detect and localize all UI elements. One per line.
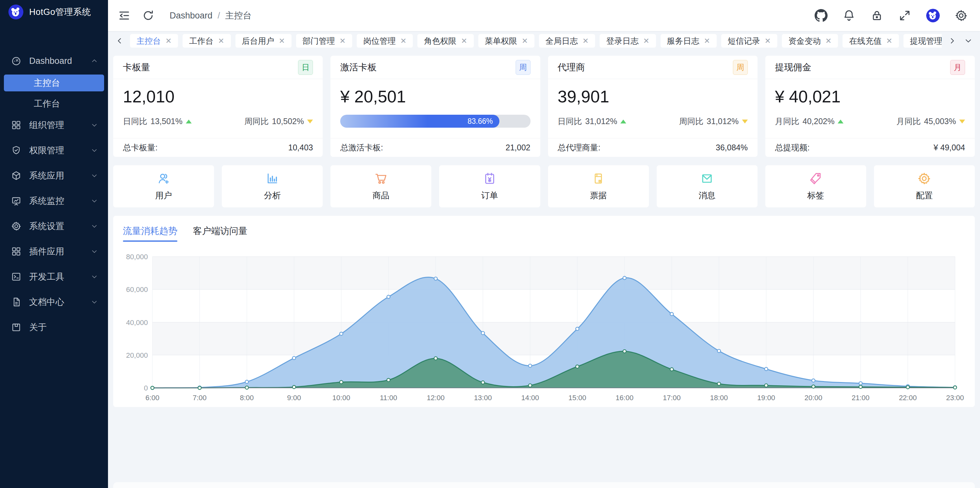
- page-tab-2[interactable]: 后台用户✕: [235, 34, 291, 48]
- page-tab-6[interactable]: 菜单权限✕: [478, 34, 535, 48]
- card-title: 卡板量: [123, 61, 150, 74]
- close-tab-icon[interactable]: ✕: [825, 36, 832, 45]
- trend-up-icon: [838, 120, 843, 124]
- page-tab-label: 全局日志: [546, 36, 578, 46]
- sidebar-item-0[interactable]: Dashboard: [0, 52, 108, 70]
- close-tab-icon[interactable]: ✕: [704, 36, 710, 45]
- svg-text:13:00: 13:00: [474, 394, 492, 402]
- chevron-down-icon: [91, 172, 98, 179]
- sidebar-subitem-0-0[interactable]: 主控台: [4, 74, 104, 91]
- tab-client-visits[interactable]: 客户端访问量: [193, 225, 247, 242]
- page-tab-12[interactable]: 在线充值✕: [843, 34, 899, 48]
- close-tab-icon[interactable]: ✕: [522, 36, 528, 45]
- chevron-down-icon: [91, 247, 98, 255]
- svg-text:6:00: 6:00: [146, 394, 159, 402]
- svg-text:8:00: 8:00: [240, 394, 254, 402]
- sidebar-collapse-icon[interactable]: [118, 9, 131, 22]
- quick-action-label: 配置: [916, 190, 933, 201]
- quick-action-6[interactable]: 标签: [765, 165, 866, 208]
- topbar-actions: [815, 9, 968, 22]
- fullscreen-icon[interactable]: [898, 9, 911, 22]
- sidebar-item-8[interactable]: 文档中心: [0, 293, 108, 311]
- page-tab-8[interactable]: 登录日志✕: [600, 34, 656, 48]
- stat-card-agents: 代理商 周 39,901 日同比 31,012% 周同比: [548, 56, 757, 157]
- quick-action-1[interactable]: 分析: [222, 165, 323, 208]
- quick-action-2[interactable]: 商品: [331, 165, 431, 208]
- close-tab-icon[interactable]: ✕: [643, 36, 649, 45]
- card-title: 激活卡板: [340, 61, 377, 74]
- page-tab-1[interactable]: 工作台✕: [183, 34, 231, 48]
- quick-action-label: 订单: [481, 190, 498, 201]
- sidebar-item-1[interactable]: 组织管理: [0, 116, 108, 134]
- quick-action-label: 分析: [264, 190, 281, 201]
- stat-card-commission: 提现佣金 月 ¥ 40,021 月同比 40,202% 月同比: [765, 56, 975, 157]
- tabs-scroll-left-icon[interactable]: [114, 35, 126, 47]
- page-tab-13[interactable]: 提现管理✕: [904, 34, 942, 48]
- lock-screen-icon[interactable]: [870, 9, 883, 22]
- tabs-scroll-right-icon[interactable]: [946, 35, 958, 47]
- sidebar-item-5[interactable]: 系统设置: [0, 217, 108, 235]
- page-tab-11[interactable]: 资金变动✕: [782, 34, 838, 48]
- chevron-down-icon: [91, 146, 98, 154]
- sidebar-nav: Dashboard主控台工作台组织管理权限管理系统应用系统监控系统设置插件应用开…: [0, 21, 108, 344]
- quick-action-4[interactable]: 票据: [548, 165, 649, 208]
- breadcrumb-root[interactable]: Dashboard: [170, 11, 212, 21]
- close-tab-icon[interactable]: ✕: [165, 36, 172, 45]
- page-tab-4[interactable]: 岗位管理✕: [357, 34, 413, 48]
- svg-text:12:00: 12:00: [427, 394, 445, 402]
- svg-text:9:00: 9:00: [287, 394, 301, 402]
- close-tab-icon[interactable]: ✕: [582, 36, 589, 45]
- page-tab-label: 短信记录: [728, 36, 760, 46]
- close-tab-icon[interactable]: ✕: [339, 36, 346, 45]
- sidebar: HotGo管理系统 Dashboard主控台工作台组织管理权限管理系统应用系统监…: [0, 0, 108, 488]
- page-content: 卡板量 日 12,010 日同比 13,501% 周同比: [108, 51, 980, 488]
- progress-percent-label: 83.66%: [468, 117, 493, 126]
- app-title: HotGo管理系统: [29, 6, 91, 18]
- close-tab-icon[interactable]: ✕: [218, 36, 224, 45]
- quick-action-label: 用户: [155, 190, 172, 201]
- tabs-menu-chevron-down-icon[interactable]: [963, 35, 974, 47]
- settings-gear-icon[interactable]: [955, 9, 968, 22]
- user-avatar[interactable]: [926, 9, 940, 22]
- quick-action-label: 商品: [372, 190, 390, 201]
- page-tab-3[interactable]: 部门管理✕: [296, 34, 352, 48]
- quick-action-5[interactable]: 消息: [657, 165, 757, 208]
- page-tab-5[interactable]: 角色权限✕: [417, 34, 474, 48]
- close-tab-icon[interactable]: ✕: [461, 36, 467, 45]
- quick-action-7[interactable]: 配置: [874, 165, 975, 208]
- github-icon[interactable]: [815, 9, 827, 22]
- notifications-bell-icon[interactable]: [843, 9, 856, 22]
- grid-icon: [11, 120, 21, 130]
- close-tab-icon[interactable]: ✕: [765, 36, 771, 45]
- page-tab-9[interactable]: 服务日志✕: [660, 34, 717, 48]
- sidebar-item-label: 系统应用: [29, 170, 64, 181]
- svg-text:80,000: 80,000: [126, 253, 148, 261]
- sidebar-item-9[interactable]: 关于: [0, 318, 108, 336]
- tab-traffic-trend[interactable]: 流量消耗趋势: [123, 225, 177, 242]
- close-tab-icon[interactable]: ✕: [400, 36, 406, 45]
- quick-action-0[interactable]: 用户: [113, 165, 214, 208]
- refresh-icon[interactable]: [142, 9, 155, 22]
- close-tab-icon[interactable]: ✕: [886, 36, 892, 45]
- quick-action-label: 消息: [698, 190, 715, 201]
- sidebar-item-3[interactable]: 系统应用: [0, 166, 108, 185]
- sidebar-item-label: 文档中心: [29, 296, 64, 308]
- sidebar-item-6[interactable]: 插件应用: [0, 242, 108, 260]
- page-tab-0[interactable]: 主控台✕: [130, 34, 178, 48]
- page-tab-10[interactable]: 短信记录✕: [721, 34, 777, 48]
- page-tab-label: 在线充值: [849, 36, 881, 46]
- ticket-icon: [592, 172, 605, 185]
- stat-card-pallets: 卡板量 日 12,010 日同比 13,501% 周同比: [113, 56, 323, 157]
- page-tab-7[interactable]: 全局日志✕: [539, 34, 595, 48]
- sidebar-item-2[interactable]: 权限管理: [0, 141, 108, 159]
- sidebar-item-4[interactable]: 系统监控: [0, 192, 108, 210]
- svg-text:19:00: 19:00: [757, 394, 775, 402]
- logo-row[interactable]: HotGo管理系统: [0, 0, 108, 21]
- page-tab-label: 工作台: [189, 36, 213, 46]
- quick-action-3[interactable]: 订单: [439, 165, 540, 208]
- svg-text:18:00: 18:00: [710, 394, 728, 402]
- sidebar-item-7[interactable]: 开发工具: [0, 268, 108, 286]
- sidebar-subitem-0-1[interactable]: 工作台: [4, 95, 104, 112]
- close-tab-icon[interactable]: ✕: [279, 36, 285, 45]
- stat-value: ¥ 20,501: [340, 87, 530, 106]
